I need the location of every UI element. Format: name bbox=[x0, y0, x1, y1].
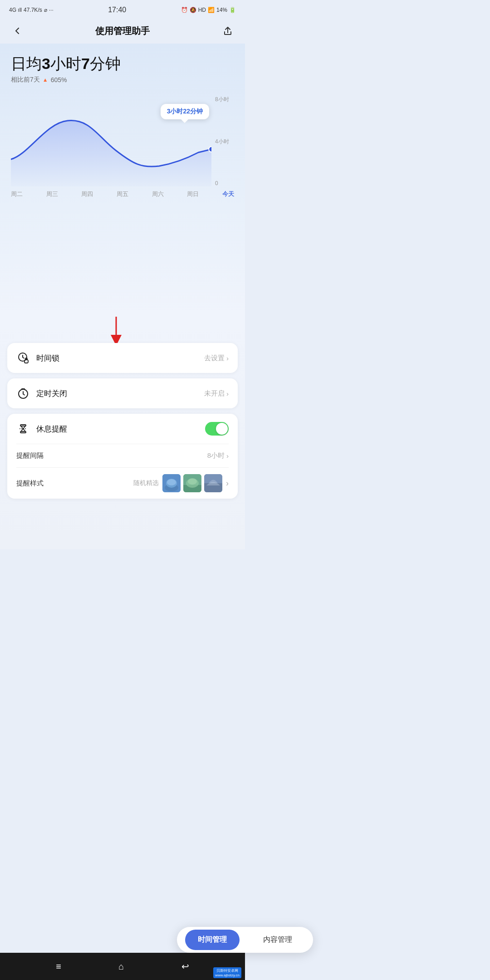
hd-badge: HD bbox=[198, 7, 206, 13]
page-title: 使用管理助手 bbox=[95, 25, 150, 37]
timer-off-chevron-icon: › bbox=[226, 390, 229, 397]
timer-off-row[interactable]: 定时关闭 未开启 › bbox=[7, 378, 238, 408]
day-label-0: 周二 bbox=[11, 190, 23, 198]
reminder-style-row[interactable]: 提醒样式 随机精选 bbox=[7, 468, 238, 499]
reminder-style-chevron-icon: › bbox=[226, 479, 229, 488]
rest-reminder-row[interactable]: 休息提醒 bbox=[7, 414, 238, 444]
wifi-icon: 📶 bbox=[208, 7, 215, 13]
time-lock-chevron-icon: › bbox=[226, 354, 229, 362]
rest-reminder-card: 休息提醒 提醒间隔 8小时 › 提醒样式 随机精选 bbox=[7, 414, 238, 499]
reminder-interval-value: 8小时 bbox=[207, 451, 225, 460]
day-label-4: 周六 bbox=[152, 190, 164, 198]
svg-rect-3 bbox=[24, 360, 28, 363]
stats-section: 日均3小时7分钟 相比前7天 ▲ 605% bbox=[11, 44, 234, 88]
rest-reminder-toggle[interactable] bbox=[205, 422, 229, 436]
svg-point-0 bbox=[209, 147, 211, 152]
trend-arrow-icon: ▲ bbox=[43, 77, 48, 83]
signal-icon: 4G ıll bbox=[9, 7, 22, 13]
header: 使用管理助手 bbox=[0, 18, 245, 44]
svg-rect-6 bbox=[20, 431, 26, 433]
share-button[interactable] bbox=[220, 23, 236, 39]
day-label-1: 周三 bbox=[46, 190, 58, 198]
reminder-interval-row[interactable]: 提醒间隔 8小时 › bbox=[7, 444, 238, 467]
stats-minutes-chinese: 分钟 bbox=[90, 55, 121, 72]
comparison-text: 相比前7天 bbox=[11, 76, 40, 84]
dots-icon: ··· bbox=[49, 7, 54, 13]
time-lock-right: 去设置 › bbox=[204, 354, 229, 363]
toggle-knob bbox=[216, 423, 228, 435]
reminder-interval-label: 提醒间隔 bbox=[16, 451, 44, 460]
usb-icon: ⌀ bbox=[44, 7, 47, 13]
status-left: 4G ıll 47.7K/s ⌀ ··· bbox=[9, 7, 54, 13]
stats-hours-chinese: 小时 bbox=[50, 55, 81, 72]
rest-reminder-icon bbox=[16, 422, 30, 436]
rest-reminder-label: 休息提醒 bbox=[36, 424, 67, 434]
time-lock-label: 时间锁 bbox=[36, 353, 59, 363]
timer-off-value: 未开启 bbox=[204, 389, 225, 398]
day-label-5: 周日 bbox=[187, 190, 199, 198]
stats-subtitle: 相比前7天 ▲ 605% bbox=[11, 76, 234, 84]
timer-off-icon bbox=[16, 387, 30, 400]
speed-text: 47.7K/s bbox=[24, 7, 42, 13]
time-lock-card: 时间锁 去设置 › bbox=[7, 343, 238, 373]
reminder-style-value: 随机精选 bbox=[133, 479, 159, 487]
status-time: 17:40 bbox=[108, 6, 126, 14]
stats-minutes: 7 bbox=[81, 55, 90, 72]
annotation-arrow bbox=[89, 316, 143, 343]
reminder-interval-value-group: 8小时 › bbox=[207, 451, 229, 460]
reminder-interval-chevron-icon: › bbox=[226, 452, 229, 460]
timer-off-label: 定时关闭 bbox=[36, 388, 67, 399]
annotation-container bbox=[7, 316, 238, 343]
timer-off-card: 定时关闭 未开启 › bbox=[7, 378, 238, 408]
chart-tooltip: 3小时22分钟 bbox=[161, 104, 209, 119]
svg-point-15 bbox=[188, 478, 197, 485]
svg-rect-5 bbox=[20, 425, 26, 426]
reminder-style-label: 提醒样式 bbox=[16, 479, 44, 488]
notification-icon: 🔕 bbox=[190, 7, 196, 13]
time-lock-value: 去设置 bbox=[204, 354, 225, 363]
rest-reminder-left: 休息提醒 bbox=[16, 422, 67, 436]
back-button[interactable] bbox=[9, 23, 25, 39]
battery-icon: 🔋 bbox=[229, 7, 236, 13]
chart-y-labels: 8小时 4小时 0 bbox=[211, 96, 234, 186]
usage-chart: 8小时 4小时 0 3小时22分钟 bbox=[11, 96, 234, 186]
stats-prefix: 日均 bbox=[11, 55, 42, 72]
status-right: ⏰ 🔕 HD 📶 14% 🔋 bbox=[181, 7, 236, 13]
timer-off-right: 未开启 › bbox=[204, 389, 229, 398]
status-bar: 4G ıll 47.7K/s ⌀ ··· 17:40 ⏰ 🔕 HD 📶 14% … bbox=[0, 0, 245, 18]
y-label-mid: 4小时 bbox=[215, 138, 234, 146]
reminder-style-right: 随机精选 bbox=[133, 474, 229, 492]
thumb-2 bbox=[183, 474, 201, 492]
day-label-3: 周五 bbox=[117, 190, 128, 198]
timer-off-left: 定时关闭 bbox=[16, 387, 67, 400]
day-label-today: 今天 bbox=[222, 190, 234, 198]
svg-point-11 bbox=[167, 479, 176, 485]
time-lock-icon bbox=[16, 351, 30, 365]
battery-text: 14% bbox=[216, 7, 227, 13]
reminder-thumbs bbox=[162, 474, 222, 492]
stats-hours: 3 bbox=[42, 55, 50, 72]
alarm-icon: ⏰ bbox=[181, 7, 188, 13]
day-labels: 周二 周三 周四 周五 周六 周日 今天 bbox=[11, 186, 234, 207]
main-content: 日均3小时7分钟 相比前7天 ▲ 605% 8小时 4小时 0 bbox=[0, 44, 245, 316]
y-label-top: 8小时 bbox=[215, 96, 234, 103]
trend-percent: 605% bbox=[51, 76, 67, 83]
thumb-1 bbox=[162, 474, 181, 492]
y-label-bottom: 0 bbox=[215, 180, 234, 186]
thumb-3 bbox=[204, 474, 222, 492]
stats-title: 日均3小时7分钟 bbox=[11, 54, 234, 73]
time-lock-left: 时间锁 bbox=[16, 351, 59, 365]
day-label-2: 周四 bbox=[81, 190, 93, 198]
time-lock-row[interactable]: 时间锁 去设置 › bbox=[7, 343, 238, 373]
